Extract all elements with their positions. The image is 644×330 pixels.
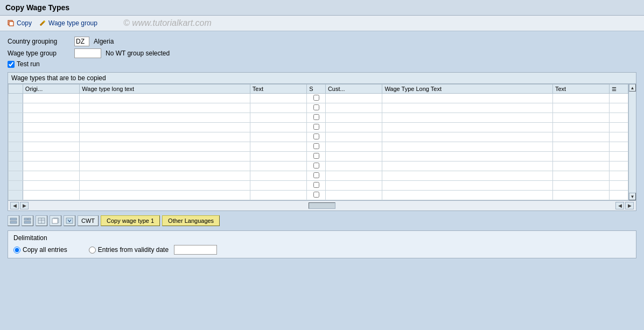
table-row[interactable] bbox=[9, 123, 628, 132]
cell-cust bbox=[325, 152, 382, 162]
cell-s-checkbox[interactable] bbox=[307, 103, 326, 113]
table-row[interactable] bbox=[9, 142, 628, 152]
cell-long-text bbox=[80, 113, 250, 123]
row-selector[interactable] bbox=[9, 132, 23, 142]
row-selector[interactable] bbox=[9, 103, 23, 113]
cell-s-checkbox[interactable] bbox=[307, 191, 326, 200]
cell-end bbox=[610, 132, 628, 142]
cell-long-text bbox=[80, 181, 250, 191]
table-section-title: Wage types that are to be copied bbox=[8, 73, 636, 84]
scroll-down-button[interactable]: ▼ bbox=[629, 193, 636, 200]
cell-s-checkbox[interactable] bbox=[307, 171, 326, 181]
row-selector[interactable] bbox=[9, 171, 23, 181]
s-checkbox[interactable] bbox=[313, 182, 319, 188]
copy-icon bbox=[6, 19, 15, 27]
table-row[interactable] bbox=[9, 103, 628, 113]
cell-s-checkbox[interactable] bbox=[307, 123, 326, 132]
icon-btn-2[interactable] bbox=[22, 215, 33, 226]
h-scroll-far-left-button[interactable]: ◀ bbox=[615, 202, 624, 209]
cell-wage-long-text bbox=[382, 123, 553, 132]
row-selector[interactable] bbox=[9, 162, 23, 171]
scroll-up-button[interactable]: ▲ bbox=[629, 84, 636, 92]
svg-rect-1 bbox=[9, 22, 13, 26]
cell-cust bbox=[325, 94, 382, 103]
wage-type-group-input[interactable] bbox=[74, 48, 101, 58]
cell-s-checkbox[interactable] bbox=[307, 142, 326, 152]
h-scroll-left-button[interactable]: ◀ bbox=[10, 202, 19, 209]
h-scroll-far-right-button[interactable]: ▶ bbox=[625, 202, 634, 209]
icon-btn-1[interactable] bbox=[8, 215, 19, 226]
s-checkbox[interactable] bbox=[313, 192, 319, 198]
table-settings-icon[interactable]: ☰ bbox=[612, 86, 617, 92]
radio-row: Copy all entries Entries from validity d… bbox=[13, 245, 631, 255]
row-selector[interactable] bbox=[9, 191, 23, 200]
cell-cust bbox=[325, 113, 382, 123]
row-selector[interactable] bbox=[9, 113, 23, 123]
row-selector[interactable] bbox=[9, 152, 23, 162]
wage-types-table-section: Wage types that are to be copied Origi..… bbox=[8, 72, 636, 211]
h-scroll-right-button[interactable]: ▶ bbox=[20, 202, 29, 209]
s-checkbox[interactable] bbox=[313, 95, 319, 101]
h-scroll-track[interactable] bbox=[309, 202, 335, 209]
copy-toolbar-item[interactable]: Copy bbox=[4, 18, 34, 29]
entries-validity-radio[interactable] bbox=[89, 247, 96, 254]
cell-s-checkbox[interactable] bbox=[307, 94, 326, 103]
cell-wage-long-text bbox=[382, 152, 553, 162]
table-row[interactable] bbox=[9, 113, 628, 123]
cell-s-checkbox[interactable] bbox=[307, 181, 326, 191]
s-checkbox[interactable] bbox=[313, 134, 319, 139]
svg-rect-2 bbox=[10, 218, 17, 220]
cell-s-checkbox[interactable] bbox=[307, 132, 326, 142]
wage-type-group-form-label: Wage type group bbox=[8, 50, 72, 57]
row-selector[interactable] bbox=[9, 181, 23, 191]
row-selector[interactable] bbox=[9, 142, 23, 152]
s-checkbox[interactable] bbox=[313, 153, 319, 159]
copy-all-radio-item: Copy all entries bbox=[13, 246, 67, 254]
cell-text bbox=[250, 123, 307, 132]
table-row[interactable] bbox=[9, 132, 628, 142]
table-row[interactable] bbox=[9, 181, 628, 191]
test-run-checkbox[interactable] bbox=[8, 61, 15, 68]
cell-s-checkbox[interactable] bbox=[307, 162, 326, 171]
icon-btn-4[interactable] bbox=[50, 215, 61, 226]
cwt-label: CWT bbox=[81, 217, 95, 224]
s-checkbox[interactable] bbox=[313, 124, 319, 130]
validity-date-input[interactable] bbox=[174, 245, 217, 255]
table-row[interactable] bbox=[9, 162, 628, 171]
s-checkbox[interactable] bbox=[313, 143, 319, 149]
wage-type-group-toolbar-item[interactable]: Wage type group bbox=[36, 18, 100, 29]
table-row[interactable] bbox=[9, 152, 628, 162]
cell-cust bbox=[325, 181, 382, 191]
pencil-icon bbox=[38, 19, 47, 27]
row-selector[interactable] bbox=[9, 94, 23, 103]
icon-btn-5[interactable] bbox=[64, 215, 75, 226]
cwt-button[interactable]: CWT bbox=[78, 215, 99, 226]
test-run-label: Test run bbox=[17, 60, 40, 68]
s-checkbox[interactable] bbox=[313, 172, 319, 178]
table-row[interactable] bbox=[9, 94, 628, 103]
cell-cust bbox=[325, 171, 382, 181]
vertical-scrollbar[interactable]: ▲ ▼ bbox=[628, 84, 636, 200]
row-selector[interactable] bbox=[9, 123, 23, 132]
cell-wage-text bbox=[552, 113, 610, 123]
cell-end bbox=[610, 113, 628, 123]
other-languages-label: Other Languages bbox=[168, 217, 214, 224]
cell-long-text bbox=[80, 152, 250, 162]
col-header-icon: ☰ bbox=[610, 85, 628, 94]
cell-wage-long-text bbox=[382, 142, 553, 152]
cell-s-checkbox[interactable] bbox=[307, 152, 326, 162]
icon-btn-3[interactable] bbox=[36, 215, 47, 226]
s-checkbox[interactable] bbox=[313, 114, 319, 120]
col-header-text: Text bbox=[250, 85, 307, 94]
table-row[interactable] bbox=[9, 171, 628, 181]
copy-all-radio[interactable] bbox=[13, 247, 20, 254]
table-row[interactable] bbox=[9, 191, 628, 200]
country-grouping-input[interactable] bbox=[74, 37, 89, 46]
title-bar: Copy Wage Types bbox=[0, 0, 644, 16]
copy-wage-type-button[interactable]: Copy wage type 1 bbox=[101, 215, 160, 226]
cell-text bbox=[250, 132, 307, 142]
cell-s-checkbox[interactable] bbox=[307, 113, 326, 123]
s-checkbox[interactable] bbox=[313, 163, 319, 168]
other-languages-button[interactable]: Other Languages bbox=[162, 215, 220, 226]
s-checkbox[interactable] bbox=[313, 104, 319, 110]
